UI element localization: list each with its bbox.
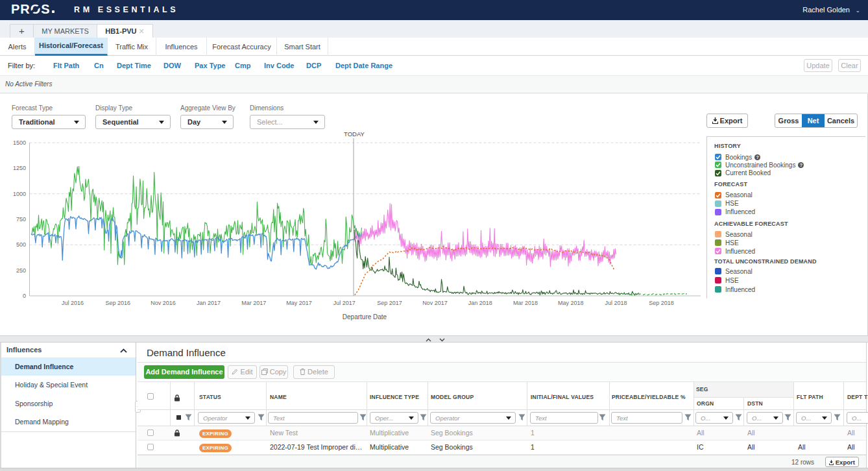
- svg-text:1500: 1500: [13, 139, 26, 146]
- svg-text:Sep 2016: Sep 2016: [106, 300, 131, 306]
- svg-text:TODAY: TODAY: [344, 130, 365, 138]
- svg-text:May 2017: May 2017: [286, 300, 312, 306]
- svg-text:Jan 2018: Jan 2018: [468, 300, 492, 306]
- svg-text:Nov 2016: Nov 2016: [151, 300, 176, 306]
- svg-text:750: 750: [16, 216, 26, 223]
- svg-text:500: 500: [16, 241, 26, 248]
- svg-text:250: 250: [16, 267, 26, 274]
- svg-text:1250: 1250: [13, 165, 26, 171]
- svg-text:Departure Date: Departure Date: [343, 313, 387, 320]
- svg-text:0: 0: [23, 293, 26, 299]
- svg-text:May 2018: May 2018: [558, 300, 584, 306]
- svg-text:1000: 1000: [13, 191, 26, 197]
- svg-text:Mar 2018: Mar 2018: [513, 300, 538, 306]
- svg-text:Nov 2017: Nov 2017: [422, 300, 448, 306]
- svg-text:Jul 2017: Jul 2017: [333, 300, 356, 306]
- svg-text:Jul 2016: Jul 2016: [62, 300, 84, 306]
- svg-text:Jan 2017: Jan 2017: [197, 300, 221, 306]
- svg-text:Mar 2017: Mar 2017: [241, 300, 266, 306]
- svg-text:Jul 2018: Jul 2018: [605, 300, 627, 306]
- svg-text:Sep 2017: Sep 2017: [377, 300, 402, 306]
- svg-text:Sep 2018: Sep 2018: [649, 300, 674, 306]
